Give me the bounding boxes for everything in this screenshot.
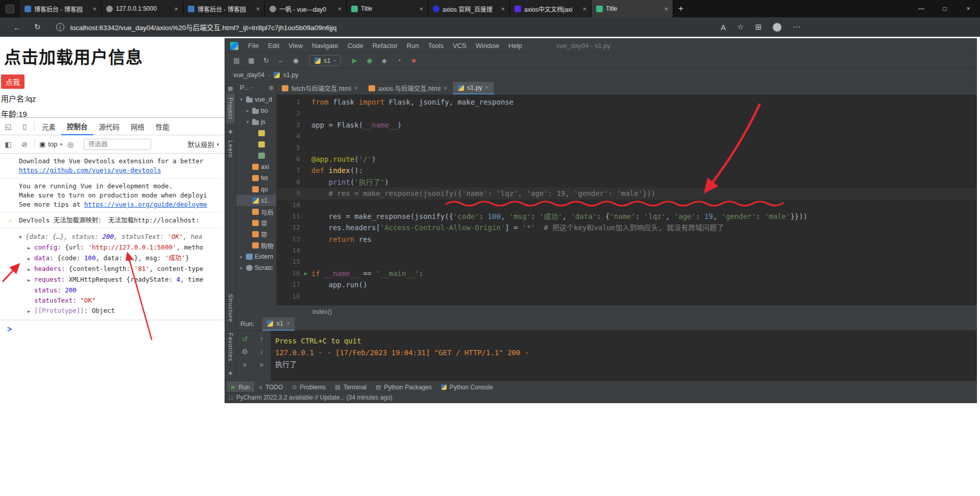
tree-toggle-icon[interactable]: ▾ (239, 97, 244, 102)
up-icon[interactable]: ↑ (253, 335, 270, 348)
console-link[interactable]: https://vuejs.org/guide/deployme (84, 201, 207, 208)
console-prompt[interactable]: > (0, 320, 225, 334)
tool-button-structure[interactable]: Structure (227, 290, 235, 327)
menu-navigate[interactable]: Navigate (307, 42, 342, 49)
menu-tools[interactable]: Tools (424, 42, 448, 49)
console-object-row[interactable]: ▶request: XMLHttpRequest {readyState: 4,… (0, 275, 223, 285)
run-line-icon[interactable]: ▶ (300, 268, 311, 279)
project-tree-item[interactable] (236, 139, 276, 150)
devtools-tab-0[interactable]: 元素 (36, 118, 61, 135)
console-object-row[interactable]: ▼{data: {…}, status: 200, statusText: 'O… (0, 232, 223, 242)
tab-close-icon[interactable]: × (485, 84, 489, 91)
console-object-row[interactable]: ▶data: {code: 100, data: {…}, msg: '成功'} (0, 253, 223, 264)
tab-close-icon[interactable]: × (337, 5, 341, 13)
console-object-row[interactable]: ▶config: {url: 'http://127.0.0.1:5000', … (0, 242, 223, 253)
back-icon[interactable]: ← (274, 57, 288, 64)
tree-toggle-icon[interactable]: ▸ (239, 265, 244, 270)
code-line[interactable]: 7def index(): (277, 165, 976, 176)
console-object-row[interactable]: ▶headers: {content-length: '81', content… (0, 264, 223, 275)
project-tree-item[interactable]: 与后 (236, 206, 276, 217)
menu-code[interactable]: Code (343, 42, 368, 49)
project-tree-item[interactable]: axi (236, 161, 276, 172)
devtools-tab-1[interactable]: 控制台 (61, 118, 93, 135)
project-tree-item[interactable]: 带 (236, 229, 276, 240)
browser-tab[interactable]: 博客后台 - 博客园× (183, 0, 265, 17)
project-tree-item[interactable]: fet (236, 172, 276, 184)
close-button[interactable]: × (957, 0, 980, 17)
refresh-icon[interactable]: ↻ (34, 22, 41, 32)
context-selector[interactable]: ▣ top ▾ (39, 140, 62, 148)
tool-button-project[interactable]: Project (227, 93, 235, 123)
new-tab-button[interactable]: + (678, 4, 683, 14)
code-line[interactable]: 1from flask import Flask, jsonify, make_… (277, 96, 976, 108)
code-line[interactable]: 12 res.headers['Access-Control-Allow-Ori… (277, 222, 976, 233)
tab-close-icon[interactable]: × (664, 5, 668, 13)
disclosure-triangle-icon[interactable]: ▶ (28, 275, 34, 285)
tree-toggle-icon[interactable]: ▾ (245, 119, 250, 125)
project-tree-item[interactable]: ▾vue_d (236, 94, 276, 105)
console-object-row[interactable]: status: 200 (0, 285, 223, 295)
browser-tab[interactable]: axios中文文档|axi× (510, 0, 592, 17)
menu-window[interactable]: Window (471, 42, 504, 49)
tool-button-python-console[interactable]: Python Console (436, 381, 498, 393)
minimize-button[interactable]: — (910, 0, 933, 17)
menu-refactor[interactable]: Refactor (368, 42, 402, 49)
project-tree-item[interactable]: ▸bo (236, 105, 276, 116)
run-config-selector[interactable]: s1 ▾ (309, 55, 341, 66)
down-icon[interactable]: ↓ (253, 348, 270, 360)
breadcrumb-item[interactable]: s1.py (283, 71, 299, 79)
disclosure-triangle-icon[interactable]: ▼ (19, 232, 26, 242)
project-tree-item[interactable]: ▸Extern (236, 251, 276, 262)
tool-button-terminal[interactable]: ▨Terminal (330, 381, 371, 393)
menu-view[interactable]: View (284, 42, 307, 49)
back-icon[interactable]: ← (13, 23, 21, 32)
tab-close-icon[interactable]: × (354, 85, 358, 92)
inspect-element-icon[interactable]: ◱ (0, 122, 16, 131)
editor-tab[interactable]: fetch与后端交互.html× (277, 82, 363, 94)
console-filter-input[interactable] (84, 139, 151, 150)
tool-button-todo[interactable]: ≡TODO (254, 381, 287, 393)
code-line[interactable]: 5 (277, 142, 976, 154)
tool-button-python-packages[interactable]: ▤Python Packages (371, 381, 436, 393)
editor-tab[interactable]: axios 与后端交互.html× (363, 82, 453, 94)
url-text[interactable]: localhost:63342/vue_day04/axios%20与后端交互.… (70, 22, 337, 32)
stop-icon[interactable]: ■ (406, 57, 421, 64)
code-line[interactable]: 16▶if __name__ == '__main__': (277, 268, 976, 279)
debug-icon[interactable]: ◉ (362, 57, 377, 64)
browser-tab[interactable]: 博客后台 - 博客园× (20, 0, 102, 17)
code-line[interactable]: 2 (277, 108, 976, 119)
disclosure-triangle-icon[interactable]: ▶ (28, 306, 34, 316)
save-icon[interactable]: ▦ (244, 57, 259, 64)
code-line[interactable]: 11 res = make_response(jsonify({'code': … (277, 211, 976, 222)
tab-close-icon[interactable]: × (256, 5, 260, 13)
devtools-tab-3[interactable]: 网络 (125, 118, 150, 135)
disclosure-triangle-icon[interactable]: ▶ (28, 264, 34, 275)
settings-icon[interactable]: ⚙ (236, 348, 253, 360)
expand-icon[interactable]: » (253, 360, 270, 373)
tool-button-problems[interactable]: ⊙Problems (287, 381, 330, 393)
project-tree-item[interactable] (236, 150, 276, 161)
clear-console-icon[interactable]: ⊘ (16, 140, 33, 148)
window-app-icon[interactable] (6, 5, 14, 13)
breadcrumb-item[interactable]: vue_day04 (233, 71, 264, 79)
devtools-tab-4[interactable]: 性能 (150, 118, 175, 135)
log-level-dropdown[interactable]: 默认级别 ▾ (187, 139, 219, 149)
project-tree-item[interactable]: ▸Scratc (236, 262, 276, 274)
code-line[interactable]: 4 (277, 131, 976, 142)
devtools-tab-2[interactable]: 源代码 (93, 118, 126, 135)
site-info-icon[interactable]: i (56, 23, 64, 31)
run-icon[interactable]: ▶ (347, 57, 362, 64)
live-expression-eye-icon[interactable]: ◎ (62, 140, 79, 148)
menu-help[interactable]: Help (504, 42, 527, 49)
code-line[interactable]: 14 (277, 245, 976, 256)
run-tab[interactable]: s1 × (262, 317, 295, 331)
menu-vcs[interactable]: VCS (448, 42, 471, 49)
code-line[interactable]: 10 (277, 200, 976, 211)
code-line[interactable]: 3app = Flask(__name__) (277, 119, 976, 131)
tab-close-icon[interactable]: × (582, 5, 586, 13)
project-tree-item[interactable]: 带 (236, 217, 276, 229)
tool-button-favorites[interactable]: Favorites (227, 329, 235, 365)
project-panel-header[interactable]: P... ▾ ⊕ (236, 82, 276, 94)
tab-close-icon[interactable]: × (444, 85, 447, 92)
profiler-icon[interactable]: ◔ (391, 57, 406, 64)
